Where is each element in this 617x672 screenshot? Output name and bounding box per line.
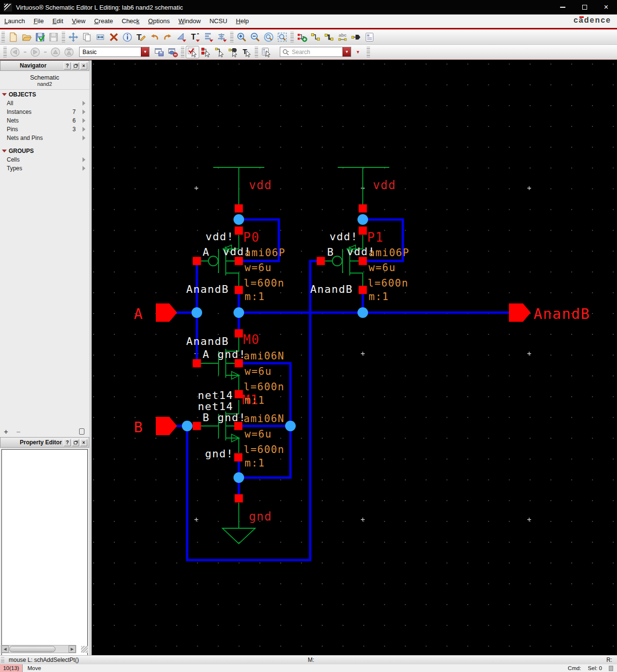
panel-resize-grip[interactable] <box>81 646 88 653</box>
ground-symbol[interactable] <box>222 528 255 544</box>
save-as-icon[interactable] <box>47 31 60 43</box>
tree-section-objects[interactable]: OBJECTS <box>0 90 89 99</box>
param-label-l=600n[interactable]: l=600n <box>244 277 285 289</box>
scroll-left-icon[interactable]: ◀ <box>1 645 9 653</box>
pin-square[interactable] <box>235 390 243 398</box>
navigator-help-button[interactable]: ? <box>64 62 71 69</box>
create-wire-icon[interactable] <box>309 31 322 43</box>
net-label-AnandB[interactable]: AnandB <box>186 335 229 347</box>
pin-square[interactable] <box>359 205 367 213</box>
property-editor-scrollbar[interactable]: ◀ ▶ <box>1 645 76 653</box>
distribute-dropdown-icon[interactable] <box>215 31 229 43</box>
property-editor-close-button[interactable]: × <box>80 439 87 446</box>
menu-help[interactable]: Help <box>232 14 253 27</box>
tree-item-pins[interactable]: Pins3 <box>0 125 89 134</box>
pin-square[interactable] <box>359 227 367 235</box>
menu-create[interactable]: Create <box>90 14 117 27</box>
menu-window[interactable]: Window <box>174 14 205 27</box>
create-label-icon[interactable]: abc <box>336 31 349 43</box>
param-label-w=6u[interactable]: w=6u <box>245 428 272 440</box>
pin-square[interactable] <box>234 453 243 462</box>
power-label-gnd[interactable]: gnd <box>249 510 272 523</box>
instance-label-P0[interactable]: P0 <box>243 230 260 245</box>
pin-square[interactable] <box>359 286 367 294</box>
param-label-w=6u[interactable]: w=6u <box>369 262 396 274</box>
query-form-icon[interactable] <box>260 46 273 58</box>
create-bus-icon[interactable] <box>322 31 336 43</box>
select-mode-icon[interactable] <box>186 46 199 58</box>
solder-dot[interactable] <box>182 421 192 431</box>
combo-dropdown-icon[interactable]: ▼ <box>141 47 149 56</box>
up-icon[interactable] <box>49 46 62 58</box>
transistor-P0[interactable] <box>201 235 239 288</box>
solder-dot[interactable] <box>357 307 368 318</box>
property-editor-content[interactable] <box>1 449 88 672</box>
input-pin-B[interactable] <box>156 417 177 435</box>
pin-square[interactable] <box>235 257 243 265</box>
property-editor-title-bar[interactable]: Property Editor ? × <box>0 437 89 448</box>
tree-item-instances[interactable]: Instances7 <box>0 108 89 116</box>
forward-icon[interactable] <box>28 46 42 58</box>
param-label-ami06N[interactable]: ami06N <box>244 350 285 362</box>
net-label-gnd![interactable]: gnd! <box>218 411 246 424</box>
close-button[interactable]: × <box>595 0 617 14</box>
net-label-vdd![interactable]: vdd! <box>329 231 358 243</box>
info-icon[interactable] <box>121 31 134 43</box>
param-label-m:1[interactable]: m:1 <box>245 395 265 406</box>
zoom-in-icon[interactable] <box>235 31 248 43</box>
schematic-canvas[interactable]: ABAnandBvddvddgndP0P1M0M1ami06Pw=6ul=600… <box>92 60 617 655</box>
param-label-l=600n[interactable]: l=600n <box>368 277 409 289</box>
instance-label-P1[interactable]: P1 <box>367 230 384 245</box>
net-label-A[interactable]: A <box>203 246 210 258</box>
menu-ncsu[interactable]: NCSU <box>205 14 232 27</box>
copy-icon[interactable] <box>80 31 94 43</box>
net-label-B[interactable]: B <box>327 246 334 258</box>
search-box[interactable]: Search ▼ <box>280 47 351 57</box>
solder-dot[interactable] <box>233 214 244 225</box>
tree-item-all[interactable]: All <box>0 99 89 108</box>
text-dropdown-icon[interactable]: T <box>188 31 202 43</box>
align-dropdown-icon[interactable] <box>202 31 215 43</box>
tree-item-nets[interactable]: Nets6 <box>0 116 89 125</box>
net-label-B[interactable]: B <box>203 411 210 424</box>
pin-label-AnandB[interactable]: AnandB <box>534 305 590 322</box>
create-pin-icon[interactable] <box>349 31 363 43</box>
scroll-right-icon[interactable]: ▶ <box>69 645 76 653</box>
pin-square[interactable] <box>193 257 201 265</box>
pin-square[interactable] <box>193 422 201 430</box>
move-icon[interactable] <box>67 31 80 43</box>
solder-dot[interactable] <box>233 472 244 483</box>
maximize-button[interactable] <box>574 0 595 14</box>
property-editor-help-button[interactable]: ? <box>64 439 71 446</box>
search-options-caret[interactable]: ▼ <box>354 47 362 57</box>
param-label-l=600n[interactable]: l=600n <box>244 381 285 393</box>
tree-item-types[interactable]: Types <box>0 164 89 173</box>
tree-item-cells[interactable]: Cells <box>0 155 89 164</box>
param-label-m:1[interactable]: m:1 <box>245 457 265 469</box>
menu-options[interactable]: Options <box>144 14 174 27</box>
pin-label-B[interactable]: B <box>134 419 143 436</box>
pin-square[interactable] <box>193 359 201 368</box>
param-label-l=600n[interactable]: l=600n <box>244 444 285 455</box>
stretch-icon[interactable] <box>94 31 107 43</box>
solder-dot[interactable] <box>357 214 368 225</box>
zoom-fit-icon[interactable] <box>275 31 289 43</box>
net-label-A[interactable]: A <box>203 348 210 360</box>
pin-label-A[interactable]: A <box>134 305 143 322</box>
navigator-title-bar[interactable]: Navigator ? × <box>0 60 89 71</box>
net-label-vdd![interactable]: vdd! <box>347 246 375 258</box>
search-dropdown-icon[interactable]: ▼ <box>343 47 351 56</box>
pin-square[interactable] <box>235 227 243 235</box>
tree-section-groups[interactable]: GROUPS <box>0 146 89 155</box>
param-label-w=6u[interactable]: w=6u <box>245 262 272 274</box>
pin-square[interactable] <box>235 205 243 213</box>
property-editor-float-button[interactable] <box>72 439 79 446</box>
fit-dropdown-icon[interactable] <box>175 31 188 43</box>
output-pin-AnandB[interactable] <box>509 303 531 322</box>
navigator-float-button[interactable] <box>72 62 79 69</box>
pin-square[interactable] <box>235 494 243 503</box>
net-label-vdd![interactable]: vdd! <box>223 246 251 258</box>
menu-edit[interactable]: Edit <box>48 14 68 27</box>
select-point-icon[interactable] <box>199 46 213 58</box>
select-text-icon[interactable]: T <box>240 46 253 58</box>
